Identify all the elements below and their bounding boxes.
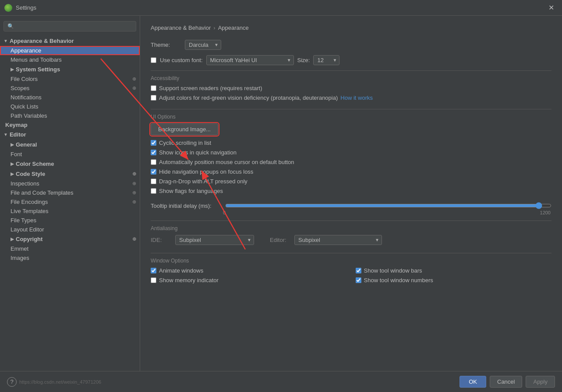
custom-font-row: Use custom font: Microsoft YaHei UI ▼ Si… <box>151 55 551 65</box>
how-it-works-link[interactable]: How it works <box>340 94 373 101</box>
tooltip-label: Tooltip initial delay (ms): <box>151 203 221 209</box>
show-flags-label: Show flags for languages <box>159 188 223 194</box>
show-memory-checkbox[interactable] <box>151 277 156 283</box>
sidebar-item-label: Inspections <box>11 180 39 187</box>
window-options-title: Window Options <box>151 258 551 264</box>
drag-drop-checkbox[interactable] <box>151 178 156 184</box>
sidebar-item-file-types[interactable]: File Types <box>0 216 140 225</box>
help-button[interactable]: ? <box>7 377 17 387</box>
footer-buttons: OK Cancel Apply <box>459 376 555 388</box>
sidebar-item-code-style[interactable]: ▶ Code Style ⊕ <box>0 169 140 179</box>
copy-icon: ⊕ <box>132 236 136 242</box>
tooltip-slider[interactable] <box>225 202 551 209</box>
search-input[interactable] <box>4 21 136 32</box>
sidebar-item-general[interactable]: ▶ General <box>0 140 140 150</box>
titlebar: Settings ✕ <box>0 0 562 16</box>
theme-dropdown[interactable]: Darcula IntelliJ <box>185 40 221 50</box>
slider-min: 0 <box>223 210 226 215</box>
adjust-colors-label: Adjust colors for red-green vision defic… <box>159 94 338 101</box>
ide-label: IDE: <box>151 237 168 243</box>
background-image-button[interactable]: Background Image... <box>151 123 218 135</box>
sidebar: ▼ Appearance & Behavior Appearance Menus… <box>0 16 140 371</box>
expand-icon: ▶ <box>11 172 14 176</box>
theme-row: Theme: Darcula IntelliJ ▼ <box>151 40 551 50</box>
breadcrumb-separator: › <box>213 24 215 31</box>
sidebar-item-inspections[interactable]: Inspections ⊕ <box>0 179 140 188</box>
ok-button[interactable]: OK <box>459 376 486 388</box>
font-dropdown-wrap: Microsoft YaHei UI ▼ <box>206 55 294 65</box>
custom-font-checkbox[interactable] <box>151 57 156 63</box>
sidebar-item-label: Images <box>11 255 29 261</box>
ui-options-title: UI Options <box>151 114 551 120</box>
show-flags-checkbox[interactable] <box>151 188 156 194</box>
sidebar-item-emmet[interactable]: Emmet <box>0 244 140 253</box>
sidebar-item-copyright[interactable]: ▶ Copyright ⊕ <box>0 234 140 244</box>
animate-windows-checkbox[interactable] <box>151 268 156 273</box>
antialiasing-row: IDE: Subpixel Greyscale None ▼ Editor: <box>151 235 551 245</box>
sidebar-item-label: File Types <box>11 217 36 224</box>
screen-readers-checkbox[interactable] <box>151 85 156 91</box>
main-panel: Appearance & Behavior › Appearance Theme… <box>140 16 562 371</box>
accessibility-title: Accessibility <box>151 75 551 81</box>
sidebar-item-images[interactable]: Images <box>0 253 140 262</box>
show-tool-numbers-checkbox[interactable] <box>356 277 361 283</box>
sidebar-item-layout-editor[interactable]: Layout Editor <box>0 225 140 234</box>
sidebar-item-label: Layout Editor <box>11 226 44 233</box>
sidebar-item-system-settings[interactable]: ▶ System Settings <box>0 64 140 74</box>
close-button[interactable]: ✕ <box>545 2 558 14</box>
copy-icon: ⊕ <box>132 199 136 205</box>
sidebar-item-label: File and Code Templates <box>11 189 74 196</box>
sidebar-item-label: Code Style <box>16 171 45 177</box>
sidebar-item-font[interactable]: Font <box>0 150 140 159</box>
footer-left: ? https://blog.csdn.net/weixin_47971206 <box>7 377 101 387</box>
cyclic-scrolling-checkbox[interactable] <box>151 140 156 146</box>
auto-position-checkbox[interactable] <box>151 159 156 165</box>
hide-popups-checkbox[interactable] <box>151 169 156 175</box>
breadcrumb-parent: Appearance & Behavior <box>151 24 211 31</box>
sidebar-item-keymap[interactable]: Keymap <box>0 120 140 130</box>
sidebar-item-menus-toolbars[interactable]: Menus and Toolbars <box>0 55 140 64</box>
sidebar-item-appearance-behavior[interactable]: ▼ Appearance & Behavior <box>0 36 140 46</box>
sidebar-item-file-colors[interactable]: File Colors ⊕ <box>0 74 140 84</box>
sidebar-item-color-scheme[interactable]: ▶ Color Scheme <box>0 159 140 169</box>
editor-antialiasing-dropdown[interactable]: Subpixel Greyscale None <box>294 235 382 245</box>
tooltip-slider-track-wrap <box>225 202 551 209</box>
sidebar-item-label: File Encodings <box>11 199 48 205</box>
expand-icon: ▼ <box>4 132 8 137</box>
adjust-colors-checkbox[interactable] <box>151 95 156 101</box>
sidebar-item-file-encodings[interactable]: File Encodings ⊕ <box>0 197 140 206</box>
sidebar-item-file-code-templates[interactable]: File and Code Templates ⊕ <box>0 188 140 197</box>
sidebar-item-label: Copyright <box>16 236 42 242</box>
sidebar-item-label: Path Variables <box>11 112 47 119</box>
sidebar-item-label: Menus and Toolbars <box>11 56 62 63</box>
search-bar <box>0 18 140 34</box>
sidebar-item-path-variables[interactable]: Path Variables <box>0 111 140 120</box>
animate-windows-row: Animate windows <box>151 267 347 274</box>
sidebar-item-label: Scopes <box>11 85 29 91</box>
show-icons-checkbox[interactable] <box>151 150 156 155</box>
cancel-button[interactable]: Cancel <box>490 376 522 388</box>
sidebar-item-label: Editor <box>10 131 26 138</box>
size-dropdown[interactable]: 12 <box>313 55 339 65</box>
editor-label: Editor: <box>270 237 287 243</box>
apply-button[interactable]: Apply <box>526 376 555 388</box>
antialiasing-section: Antialiasing IDE: Subpixel Greyscale Non… <box>151 225 551 245</box>
footer: ? https://blog.csdn.net/weixin_47971206 … <box>0 371 562 392</box>
font-dropdown[interactable]: Microsoft YaHei UI <box>206 55 294 65</box>
app-icon <box>4 4 12 12</box>
main-content: ▼ Appearance & Behavior Appearance Menus… <box>0 16 562 371</box>
sidebar-item-editor[interactable]: ▼ Editor <box>0 130 140 140</box>
animate-windows-label: Animate windows <box>159 267 203 274</box>
ide-dropdown-wrap: Subpixel Greyscale None ▼ <box>175 235 254 245</box>
sidebar-item-scopes[interactable]: Scopes ⊕ <box>0 84 140 93</box>
adjust-colors-row: Adjust colors for red-green vision defic… <box>151 94 551 101</box>
sidebar-item-quick-lists[interactable]: Quick Lists <box>0 102 140 111</box>
sidebar-item-live-templates[interactable]: Live Templates <box>0 206 140 216</box>
copy-icon: ⊕ <box>132 85 136 91</box>
show-tool-bars-checkbox[interactable] <box>356 268 361 273</box>
window-options-grid: Animate windows Show tool window bars Sh… <box>151 267 551 287</box>
sidebar-item-appearance[interactable]: Appearance <box>0 46 140 55</box>
expand-icon: ▶ <box>11 237 14 242</box>
sidebar-item-notifications[interactable]: Notifications <box>0 93 140 102</box>
ide-dropdown[interactable]: Subpixel Greyscale None <box>175 235 254 245</box>
